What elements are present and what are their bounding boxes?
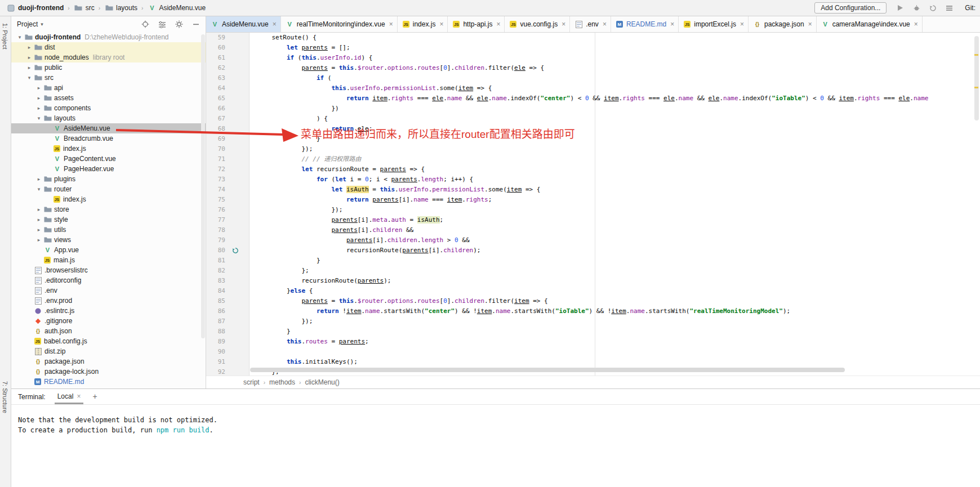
list-icon[interactable] [945, 3, 954, 12]
breadcrumb-src[interactable]: src [72, 3, 96, 12]
tree-item-utils[interactable]: ▸utils [11, 225, 206, 235]
code-line-88[interactable]: 88 } [206, 327, 980, 337]
code-line-87[interactable]: 87 }); [206, 316, 980, 327]
tab-package-json[interactable]: {}package.json× [749, 16, 817, 32]
close-icon[interactable]: × [914, 20, 918, 28]
analysis-stripe-mark[interactable] [974, 54, 978, 56]
code-line-73[interactable]: 73 for (let i = 0; i < parents.length; i… [206, 175, 980, 185]
tab-asidemenu-vue[interactable]: VAsideMenu.vue× [206, 16, 281, 32]
tree-item-editorconfig[interactable]: .editorconfig [11, 275, 206, 285]
code-line-84[interactable]: 84 }else { [206, 286, 980, 296]
chevron-right-icon[interactable]: ▸ [35, 176, 43, 182]
tree-item-dist-zip[interactable]: dist.zip [11, 346, 206, 356]
terminal-title[interactable]: Terminal: [18, 393, 46, 404]
tree-item-index-js[interactable]: JSindex.js [11, 194, 206, 204]
tree-item-api[interactable]: ▸api [11, 83, 206, 93]
close-icon[interactable]: × [496, 20, 500, 28]
tab-realtimemonitoring-index-vue[interactable]: VrealTimeMonitoring\index.vue× [281, 16, 398, 32]
tree-item-readme-md[interactable]: MREADME.md [11, 377, 206, 387]
code-line-85[interactable]: 85 parents = this.$router.options.routes… [206, 296, 980, 306]
tree-item-layouts[interactable]: ▾layouts [11, 113, 206, 123]
code-line-81[interactable]: 81 } [206, 256, 980, 266]
tree-item-auth-json[interactable]: {}auth.json [11, 326, 206, 336]
project-tree[interactable]: ▾duoji-frontendD:\zheheWeb\duoji-fronten… [11, 32, 206, 388]
tree-item-store[interactable]: ▸store [11, 204, 206, 215]
terminal-tab-local[interactable]: Local × [55, 392, 84, 404]
tree-item-package-json[interactable]: {}package.json [11, 356, 206, 367]
structure-toolwindow-button[interactable]: 7: Structure [2, 381, 8, 413]
close-icon[interactable]: × [670, 20, 674, 28]
tab-vue-config-js[interactable]: JSvue.config.js× [505, 16, 570, 32]
chevron-right-icon[interactable]: ▸ [35, 217, 43, 222]
tree-item-babel-config-js[interactable]: JSbabel.config.js [11, 336, 206, 346]
code-line-80[interactable]: 80 recursionRoute(parents[i].children); [206, 245, 980, 256]
update-icon[interactable] [928, 3, 937, 12]
tree-item-node-modules[interactable]: ▸node_moduleslibrary root [11, 52, 206, 62]
code-line-69[interactable]: 69 } [206, 134, 980, 144]
debug-icon[interactable] [912, 3, 921, 12]
chevron-right-icon[interactable]: ▸ [35, 237, 43, 243]
code-line-70[interactable]: 70 }); [206, 144, 980, 154]
breadcrumb-clickmenu[interactable]: clickMenu() [305, 378, 339, 386]
gear-icon[interactable] [175, 20, 183, 29]
tree-item-components[interactable]: ▸components [11, 103, 206, 113]
tab-readme-md[interactable]: MREADME.md× [611, 16, 679, 32]
add-configuration-button[interactable]: Add Configuration... [814, 2, 887, 14]
chevron-right-icon[interactable]: ▸ [25, 55, 33, 60]
tree-item-index-js[interactable]: JSindex.js [11, 144, 206, 154]
hide-icon[interactable] [191, 20, 200, 29]
code-line-77[interactable]: 77 parents[i].meta.auth = isAuth; [206, 215, 980, 225]
tree-item-plugins[interactable]: ▸plugins [11, 174, 206, 184]
code-line-62[interactable]: 62 parents = this.$router.options.routes… [206, 63, 980, 73]
close-icon[interactable]: × [603, 20, 607, 28]
close-icon[interactable]: × [562, 20, 565, 28]
tab-index-js[interactable]: JSindex.js× [398, 16, 448, 32]
code-line-65[interactable]: 65 return item.rights === ele.name && el… [206, 93, 980, 104]
code-editor[interactable]: 59 setRoute() {60 let parents = [];61 if… [206, 33, 980, 376]
code-line-79[interactable]: 79 parents[i].children.length > 0 && [206, 235, 980, 245]
close-icon[interactable]: × [808, 20, 812, 28]
chevron-right-icon[interactable]: ▸ [35, 207, 43, 212]
code-line-74[interactable]: 74 let isAuth = this.userInfo.permission… [206, 185, 980, 195]
chevron-down-icon[interactable]: ▾ [35, 186, 43, 192]
code-line-75[interactable]: 75 return parents[i].name === item.right… [206, 195, 980, 205]
breadcrumb-methods[interactable]: methods [269, 378, 295, 386]
chevron-right-icon[interactable]: ▸ [25, 65, 33, 70]
code-line-86[interactable]: 86 return !item.name.startsWith("center"… [206, 306, 980, 316]
close-icon[interactable]: × [439, 20, 443, 28]
chevron-right-icon[interactable]: ▸ [35, 227, 43, 233]
chevron-right-icon[interactable]: ▸ [25, 44, 33, 50]
code-line-64[interactable]: 64 this.userInfo.permissionList.some(ite… [206, 83, 980, 93]
tree-item-style[interactable]: ▸style [11, 215, 206, 225]
close-icon[interactable]: × [389, 20, 393, 28]
code-line-72[interactable]: 72 let recursionRoute = parents => { [206, 164, 980, 175]
tree-item-breadcrumb-vue[interactable]: VBreadcrumb.vue [11, 133, 206, 144]
code-line-68[interactable]: 68 return ele; [206, 124, 980, 134]
tree-item-gitignore[interactable]: .gitignore [11, 316, 206, 326]
code-line-71[interactable]: 71 // // 递归权限路由 [206, 154, 980, 164]
code-line-63[interactable]: 63 if ( [206, 73, 980, 83]
code-line-61[interactable]: 61 if (this.userInfo.id) { [206, 53, 980, 63]
code-line-91[interactable]: 91 this.initialKeys(); [206, 357, 980, 367]
code-line-89[interactable]: 89 this.routes = parents; [206, 337, 980, 347]
chevron-right-icon[interactable]: ▸ [35, 95, 43, 101]
chevron-right-icon[interactable]: ▸ [35, 105, 43, 111]
run-icon[interactable] [896, 3, 905, 12]
code-line-66[interactable]: 66 }) [206, 104, 980, 114]
analysis-stripe-mark[interactable] [974, 87, 978, 88]
tab-importexcel-js[interactable]: JSimportExcel.js× [679, 16, 749, 32]
tree-item-src[interactable]: ▾src [11, 73, 206, 83]
tree-item-asidemenu-vue[interactable]: VAsideMenu.vue [11, 123, 206, 133]
code-line-78[interactable]: 78 parents[i].children && [206, 225, 980, 235]
code-line-90[interactable]: 90 [206, 347, 980, 357]
vertical-scrollbar[interactable] [974, 36, 979, 120]
locate-icon[interactable] [141, 20, 149, 29]
breadcrumb-layouts[interactable]: layouts [103, 3, 139, 12]
close-icon[interactable]: × [740, 20, 744, 28]
tree-item-env[interactable]: .env [11, 285, 206, 296]
close-icon[interactable]: × [77, 392, 81, 400]
code-line-60[interactable]: 60 let parents = []; [206, 43, 980, 53]
chevron-down-icon[interactable]: ▾ [25, 75, 33, 81]
horizontal-scrollbar[interactable] [250, 368, 845, 372]
breadcrumb-script[interactable]: script [243, 378, 260, 386]
